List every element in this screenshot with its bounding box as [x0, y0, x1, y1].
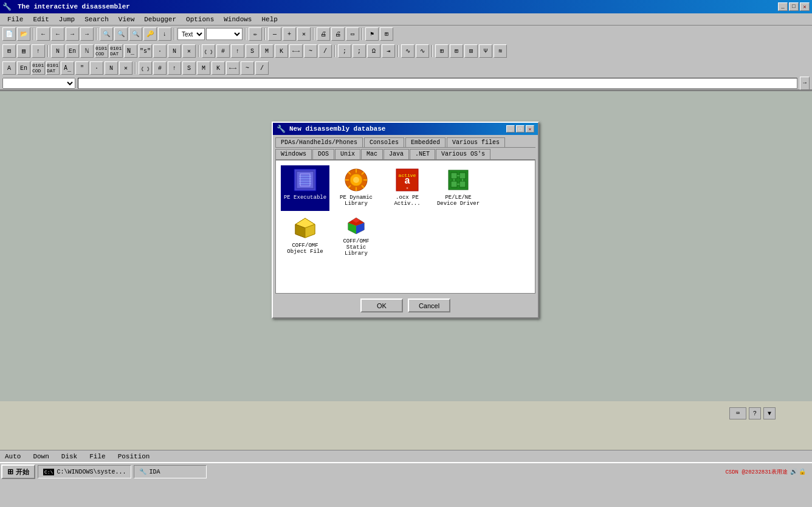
tab-dos[interactable]: DOS — [312, 149, 334, 159]
tab-mac[interactable]: Mac — [361, 149, 383, 159]
print2-button[interactable]: 🖨 — [331, 27, 345, 41]
menu-search[interactable]: Search — [80, 15, 114, 24]
tb2-5[interactable]: En — [66, 44, 79, 58]
menu-jump[interactable]: Jump — [54, 15, 80, 24]
dialog-minimize[interactable]: _ — [506, 125, 515, 133]
flag-button[interactable]: ⚑ — [365, 27, 379, 41]
tab-various-files[interactable]: Various files — [447, 137, 505, 147]
maximize-button[interactable]: □ — [789, 2, 799, 11]
tb2-25[interactable]: Ω — [367, 44, 380, 58]
tb2-27[interactable]: ∿ — [401, 44, 415, 58]
plus-button[interactable]: + — [283, 27, 296, 41]
file-type-driver[interactable]: PE/LE/NE Device Driver — [434, 165, 483, 211]
dialog-close[interactable]: ✕ — [526, 125, 534, 133]
tb3-6[interactable]: " — [75, 61, 89, 75]
down-button[interactable]: ↓ — [158, 27, 171, 41]
tb2-33[interactable]: ≋ — [494, 44, 507, 58]
menu-view[interactable]: View — [114, 15, 139, 24]
address-go[interactable]: → — [800, 77, 810, 90]
taskbar-item-ida[interactable]: 🔧 IDA — [134, 465, 207, 478]
tb3-16[interactable]: ←→ — [226, 61, 239, 75]
tb2-20[interactable]: ←→ — [289, 44, 303, 58]
tb3-18[interactable]: / — [255, 61, 269, 75]
tb2-17[interactable]: S — [246, 44, 259, 58]
file-type-coff-obj[interactable]: COFF/OMF Object File — [281, 213, 329, 259]
open-button[interactable]: 📂 — [17, 27, 30, 41]
file-type-pe-exec[interactable]: PE Executable — [281, 165, 329, 211]
back-button[interactable]: ← — [36, 27, 50, 41]
tb3-13[interactable]: S — [182, 61, 196, 75]
print-button[interactable]: 🖨 — [317, 27, 330, 41]
tb2-21[interactable]: ~ — [304, 44, 317, 58]
tb2-30[interactable]: ⊞ — [450, 44, 463, 58]
tb3-10[interactable]: { } — [139, 61, 152, 75]
tb3-17[interactable]: ~ — [241, 61, 254, 75]
format-dropdown[interactable] — [206, 28, 243, 40]
pencil-button[interactable]: ✏️ — [249, 27, 262, 41]
window-controls[interactable]: _ □ ✕ — [778, 2, 810, 11]
tb2-32[interactable]: Ψ — [479, 44, 492, 58]
arrow-icon[interactable]: ▼ — [763, 407, 776, 419]
tab-embedded[interactable]: Embedded — [405, 137, 446, 147]
address-dropdown[interactable] — [2, 78, 75, 89]
tb2-28[interactable]: ∿ — [416, 44, 429, 58]
tb3-7[interactable]: · — [90, 61, 103, 75]
tab-unix[interactable]: Unix — [335, 149, 360, 159]
tb2-12[interactable]: N — [168, 44, 181, 58]
tb3-2[interactable]: En — [17, 61, 30, 75]
tb3-14[interactable]: M — [197, 61, 210, 75]
help-icon[interactable]: ? — [749, 407, 761, 419]
tb2-6[interactable]: ℕ — [80, 44, 94, 58]
cancel-button[interactable]: Cancel — [408, 298, 450, 312]
tb2-3[interactable]: ↑ — [32, 44, 45, 58]
file-type-pe-dll[interactable]: PE Dynamic Library — [332, 165, 380, 211]
tb2-23[interactable]: ; — [338, 44, 351, 58]
tb3-4[interactable]: 0101 DAT — [46, 61, 60, 75]
close-button[interactable]: ✕ — [800, 2, 810, 11]
tb2-29[interactable]: ⊞ — [435, 44, 449, 58]
tb2-16[interactable]: ↑ — [231, 44, 244, 58]
tb3-12[interactable]: ↑ — [168, 61, 181, 75]
tb2-22[interactable]: / — [318, 44, 332, 58]
tb3-15[interactable]: K — [212, 61, 225, 75]
tb2-31[interactable]: ⊠ — [464, 44, 478, 58]
rect-button[interactable]: ▭ — [346, 27, 359, 41]
key-button[interactable]: 🔑 — [143, 27, 157, 41]
minus-button[interactable]: — — [268, 27, 281, 41]
menu-options[interactable]: Options — [181, 15, 219, 24]
dialog-maximize[interactable]: □ — [516, 125, 525, 133]
type-dropdown[interactable]: Text — [177, 28, 205, 40]
search2-button[interactable]: 🔍 — [114, 27, 128, 41]
tb3-3[interactable]: 0101 COD — [32, 61, 45, 75]
tb2-2[interactable]: ▤ — [17, 44, 30, 58]
tb3-11[interactable]: # — [153, 61, 167, 75]
search-button[interactable]: 🔍 — [100, 27, 113, 41]
tab-windows[interactable]: Windows — [275, 149, 312, 159]
tb2-7[interactable]: 0101 COD — [95, 44, 108, 58]
menu-windows[interactable]: Windows — [219, 15, 256, 24]
start-button[interactable]: ⊞ 开始 — [1, 464, 35, 479]
tab-various-os[interactable]: Various OS's — [436, 149, 490, 159]
tb2-13[interactable]: ✕ — [182, 44, 196, 58]
tab-net[interactable]: .NET — [410, 149, 435, 159]
dialog-controls[interactable]: _ □ ✕ — [506, 125, 534, 133]
tab-consoles[interactable]: Consoles — [364, 137, 404, 147]
back2-button[interactable]: ← — [51, 27, 64, 41]
address-input[interactable] — [78, 78, 797, 89]
menu-help[interactable]: Help — [256, 15, 282, 24]
tb2-4[interactable]: N — [51, 44, 64, 58]
tb2-9[interactable]: N̲ — [124, 44, 137, 58]
file-type-ocx[interactable]: a active x .ocx PE Activ... — [383, 165, 432, 211]
keyboard-icon[interactable]: ⌨ — [729, 407, 746, 419]
tab-java[interactable]: Java — [384, 149, 409, 159]
search3-button[interactable]: 🔍 — [129, 27, 142, 41]
minimize-button[interactable]: _ — [778, 2, 788, 11]
tb3-5[interactable]: A̲ — [61, 61, 74, 75]
tb2-18[interactable]: M — [260, 44, 274, 58]
tb3-8[interactable]: N — [105, 61, 118, 75]
x-button[interactable]: ✕ — [297, 27, 311, 41]
menu-debugger[interactable]: Debugger — [139, 15, 181, 24]
tb2-1[interactable]: ⊞ — [2, 44, 16, 58]
tb2-11[interactable]: · — [153, 44, 167, 58]
tb2-15[interactable]: # — [216, 44, 230, 58]
